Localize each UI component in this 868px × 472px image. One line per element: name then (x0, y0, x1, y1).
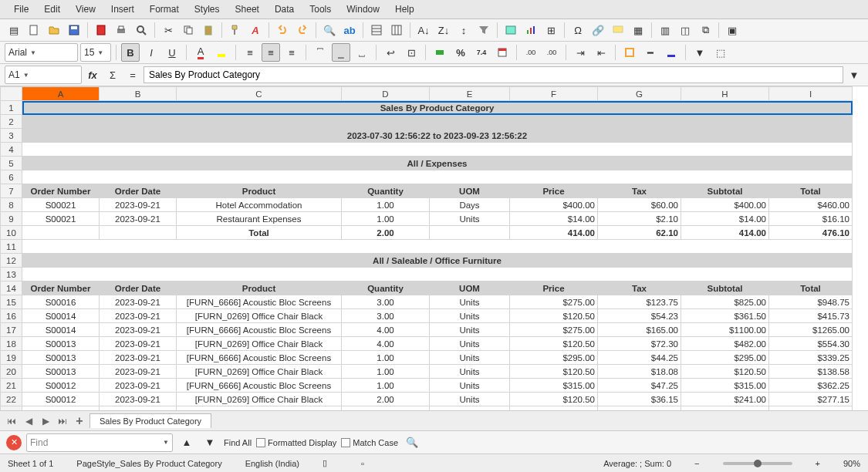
cell[interactable]: $1265.00 (769, 323, 853, 337)
font-size-select[interactable]: 15▼ (80, 43, 111, 62)
col-header-cell[interactable]: Order Date (100, 282, 177, 295)
col-header-E[interactable]: E (430, 87, 510, 101)
cell[interactable]: S00014 (22, 309, 100, 323)
inc-indent-icon[interactable]: ⇥ (571, 43, 589, 62)
cell[interactable]: 2023-09-21 (100, 295, 177, 309)
cell[interactable]: S00014 (22, 323, 100, 337)
cell[interactable]: [FURN_6666] Acoustic Bloc Screens (177, 351, 342, 365)
copy-icon[interactable] (179, 21, 198, 39)
col-header-cell[interactable]: Total (769, 184, 853, 198)
find-input-wrapper[interactable]: Find▼ (26, 433, 173, 452)
border-color-icon[interactable] (662, 43, 681, 62)
expand-formula-icon[interactable]: ▼ (845, 66, 863, 84)
find-options-icon[interactable]: 🔍 (403, 433, 421, 452)
redo-icon[interactable] (293, 21, 312, 39)
cell[interactable]: $2.10 (598, 212, 681, 226)
col-header-F[interactable]: F (510, 87, 598, 101)
row-header-5[interactable]: 5 (1, 157, 22, 170)
col-header-cell[interactable]: Price (510, 282, 598, 295)
selection-mode[interactable]: ▫ (361, 459, 364, 468)
freeze-icon[interactable]: ▥ (656, 21, 674, 39)
cell[interactable]: Units (430, 406, 510, 411)
cell[interactable]: 2023-09-21 (100, 198, 177, 212)
window-icon[interactable]: ⧉ (696, 21, 714, 39)
extra-icon[interactable]: ▣ (723, 21, 741, 39)
cell[interactable]: $361.50 (681, 309, 769, 323)
cell[interactable]: $76.50 (598, 406, 681, 411)
cell[interactable]: S00012 (22, 379, 100, 393)
row-header-22[interactable]: 22 (1, 393, 22, 406)
row-header-12[interactable]: 12 (1, 254, 22, 268)
cell[interactable]: $1100.00 (681, 323, 769, 337)
cell[interactable]: Restaurant Expenses (177, 212, 342, 226)
last-sheet-icon[interactable]: ⏭ (56, 416, 69, 426)
row-header-16[interactable]: 16 (1, 309, 22, 323)
cell[interactable]: 2023-09-21 (100, 406, 177, 411)
cell[interactable]: $554.30 (769, 337, 853, 351)
cell[interactable]: $123.75 (598, 295, 681, 309)
cell[interactable]: Units (430, 323, 510, 337)
pivot-icon[interactable]: ⊞ (542, 21, 560, 39)
cell[interactable]: $120.50 (681, 365, 769, 379)
col-header-cell[interactable]: Subtotal (681, 282, 769, 295)
row-header-19[interactable]: 19 (1, 351, 22, 365)
cell[interactable]: $948.75 (769, 295, 853, 309)
zoom-value[interactable]: 90% (843, 459, 860, 468)
row-header-4[interactable]: 4 (1, 143, 22, 157)
cell[interactable]: S00021 (22, 198, 100, 212)
cell[interactable]: $60.00 (598, 198, 681, 212)
date-range-cell[interactable]: 2023-07-30 12:56:22 to 2023-09-23 12:56:… (22, 129, 853, 143)
cell[interactable]: $14.00 (510, 212, 598, 226)
preview-icon[interactable] (132, 21, 150, 39)
new-icon[interactable] (25, 21, 43, 39)
clear-format-icon[interactable]: A (246, 21, 265, 39)
sidepanel-icon[interactable]: ▤ (5, 21, 23, 39)
conditional-icon[interactable]: ⬚ (711, 43, 730, 62)
menu-tools[interactable]: Tools (302, 2, 339, 17)
cell[interactable]: 1.00 (342, 379, 430, 393)
menu-view[interactable]: View (68, 2, 103, 17)
cell[interactable]: 2023-09-21 (100, 309, 177, 323)
cell[interactable]: Units (430, 295, 510, 309)
sort-icon[interactable]: ↕ (454, 21, 473, 39)
cell[interactable]: $339.25 (769, 351, 853, 365)
hyperlink-icon[interactable]: 🔗 (589, 21, 607, 39)
font-name-select[interactable]: Arial▼ (5, 43, 78, 62)
cell[interactable]: $44.25 (598, 351, 681, 365)
cell[interactable]: Units (430, 365, 510, 379)
cell[interactable]: 2023-09-21 (100, 351, 177, 365)
col-header-cell[interactable]: Order Number (22, 184, 100, 198)
save-icon[interactable] (65, 21, 83, 39)
row-header-17[interactable]: 17 (1, 323, 22, 337)
cell[interactable]: $138.58 (769, 365, 853, 379)
cell[interactable]: $14.00 (681, 212, 769, 226)
cell[interactable]: 2023-09-21 (100, 365, 177, 379)
split-icon[interactable]: ◫ (676, 21, 694, 39)
col-header-cell[interactable]: Subtotal (681, 184, 769, 198)
wrap-icon[interactable]: ↩ (381, 43, 400, 62)
menu-file[interactable]: File (6, 2, 36, 17)
menu-format[interactable]: Format (142, 2, 187, 17)
cell[interactable]: $315.00 (510, 379, 598, 393)
cell[interactable]: 1.00 (342, 351, 430, 365)
zoom-in-icon[interactable]: + (816, 459, 820, 468)
formula-input[interactable] (144, 66, 843, 83)
align-center-icon[interactable]: ≡ (262, 43, 280, 62)
border-style-icon[interactable]: ━ (641, 43, 660, 62)
row-header-7[interactable]: 7 (1, 184, 22, 198)
cell[interactable]: Units (430, 309, 510, 323)
cell[interactable]: 3.00 (342, 309, 430, 323)
zoom-slider[interactable] (723, 462, 792, 465)
row-header-14[interactable]: 14 (1, 282, 22, 295)
row-header-15[interactable]: 15 (1, 295, 22, 309)
cell[interactable]: 2023-09-21 (100, 393, 177, 406)
align-middle-icon[interactable]: ⎯ (332, 43, 350, 62)
cell[interactable]: Units (430, 379, 510, 393)
cell[interactable]: Total (177, 226, 342, 240)
row-header-21[interactable]: 21 (1, 379, 22, 393)
cell[interactable]: $482.00 (681, 337, 769, 351)
cell[interactable]: $275.00 (510, 323, 598, 337)
find-prev-icon[interactable]: ▲ (177, 433, 196, 452)
cell[interactable]: 4.00 (342, 337, 430, 351)
cell[interactable]: 414.00 (681, 226, 769, 240)
